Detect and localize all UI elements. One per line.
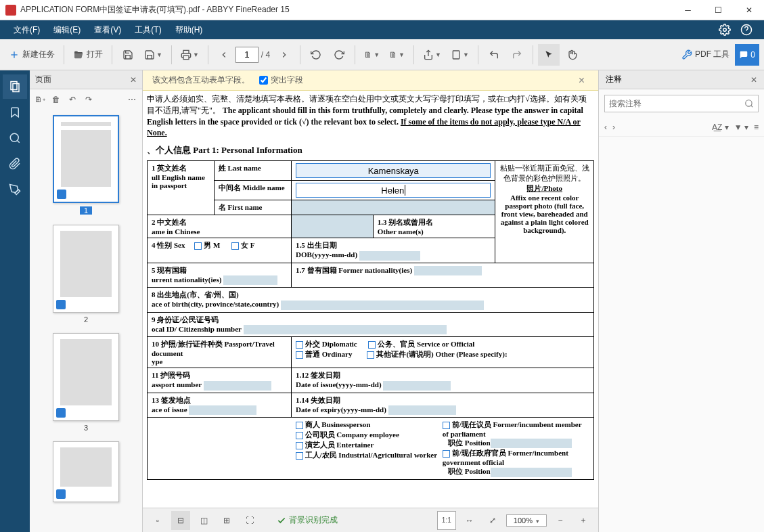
minimize-button[interactable]: ─ <box>673 0 703 20</box>
f11-label-en: ull English name in passport <box>152 173 205 190</box>
list-view-icon[interactable]: ≡ <box>754 123 759 132</box>
menu-help[interactable]: 帮助(H) <box>168 24 210 36</box>
zoom-out-button[interactable]: − <box>551 511 570 530</box>
thumbnail-label: 2 <box>35 315 137 324</box>
add-page-icon[interactable]: 🗎+ <box>32 92 47 107</box>
nationality-field[interactable] <box>223 275 277 285</box>
service-checkbox[interactable] <box>368 341 376 349</box>
menu-tools[interactable]: 工具(T) <box>128 24 168 36</box>
expiry-date-field[interactable] <box>388 405 456 415</box>
single-page-icon[interactable]: ▫ <box>148 511 167 530</box>
businessperson-checkbox[interactable] <box>296 422 303 429</box>
fit-page-icon[interactable]: ⤢ <box>483 511 502 530</box>
signatures-tab-icon[interactable] <box>3 177 27 202</box>
print-button[interactable]: ▼ <box>177 44 203 66</box>
pages-panel-close-icon[interactable]: ✕ <box>130 75 137 85</box>
pages-tab-icon[interactable] <box>3 74 27 99</box>
share-button[interactable]: ▼ <box>419 44 445 66</box>
rotate-right-button[interactable] <box>328 44 350 66</box>
thumbnail-2[interactable]: 2 <box>35 225 137 324</box>
svg-line-11 <box>17 140 19 142</box>
delete-page-icon[interactable]: 🗑 <box>49 92 64 107</box>
entertainer-checkbox[interactable] <box>296 442 303 449</box>
more-options-icon[interactable]: ⋯ <box>125 92 139 107</box>
prev-page-button[interactable] <box>213 44 235 66</box>
prev-comment-icon[interactable]: ‹ <box>604 123 607 132</box>
two-page-icon[interactable]: ◫ <box>194 511 213 530</box>
menu-file[interactable]: 文件(F) <box>7 24 47 36</box>
zoom-select[interactable]: 100% ▾ <box>506 514 547 527</box>
hand-tool-button[interactable] <box>561 44 583 66</box>
menu-edit[interactable]: 编辑(E) <box>47 24 87 36</box>
recognize-button[interactable]: 🗎▼ <box>385 44 409 66</box>
actual-size-button[interactable]: 1:1 <box>437 511 456 530</box>
undo-button[interactable] <box>483 44 505 66</box>
continuous-page-icon[interactable]: ⊟ <box>171 511 190 530</box>
saveas-button[interactable]: ▼ <box>140 44 166 66</box>
open-label: 打开 <box>87 49 103 60</box>
delete-page-button[interactable]: 🗎▼ <box>360 44 384 66</box>
ordinary-checkbox[interactable] <box>296 351 303 359</box>
thumbnail-1[interactable]: 1 <box>35 115 137 215</box>
menu-view[interactable]: 查看(V) <box>87 24 128 36</box>
save-button[interactable] <box>117 44 139 66</box>
redo-button[interactable] <box>506 44 528 66</box>
birthplace-field[interactable] <box>281 301 484 310</box>
highlight-fields-checkbox[interactable] <box>259 76 268 85</box>
gov-position-field[interactable] <box>491 468 572 477</box>
help-icon[interactable] <box>738 22 755 38</box>
issue-place-field[interactable] <box>189 405 256 415</box>
comments-toggle-button[interactable]: 0 <box>735 44 759 66</box>
zoom-in-button[interactable]: + <box>574 511 593 530</box>
filter-icon[interactable]: ▼ ▾ <box>734 123 748 132</box>
thumbnail-4[interactable] <box>35 441 137 502</box>
search-comments-input[interactable] <box>609 99 744 108</box>
f14-label: 4 性别 Sex <box>152 241 185 249</box>
arrow-tool-button[interactable] <box>538 44 560 66</box>
female-checkbox[interactable] <box>231 242 239 250</box>
sort-az-icon[interactable]: A͟Z ▾ <box>712 123 729 132</box>
new-task-button[interactable]: 新建任务 <box>5 44 59 66</box>
issue-date-field[interactable] <box>383 381 451 391</box>
parl-position-field[interactable] <box>491 439 572 448</box>
dob-field[interactable] <box>359 251 420 261</box>
page-number-input[interactable] <box>235 47 259 63</box>
first-name-field[interactable] <box>292 200 495 215</box>
rotate-cw-icon[interactable]: ↷ <box>81 92 96 107</box>
fit-width-icon[interactable]: ↔ <box>460 511 479 530</box>
document-area: 该文档包含互动表单字段。 突出字段 × 申请人必须如实、完整、清楚地填写本表格。… <box>143 70 598 532</box>
search-comments-box[interactable] <box>604 95 759 112</box>
fullscreen-icon[interactable]: ⛶ <box>240 511 259 530</box>
id-number-field[interactable] <box>244 325 447 334</box>
company-employee-checkbox[interactable] <box>296 432 303 439</box>
middle-name-field[interactable]: Helen <box>296 183 491 198</box>
former-nationality-field[interactable] <box>414 266 482 275</box>
settings-icon[interactable] <box>717 22 733 38</box>
rotate-ccw-icon[interactable]: ↶ <box>65 92 80 107</box>
addfile-button[interactable]: ▼ <box>447 44 473 66</box>
rotate-left-button[interactable] <box>305 44 327 66</box>
comments-panel-close-icon[interactable]: ✕ <box>750 75 757 85</box>
two-continuous-icon[interactable]: ⊞ <box>217 511 236 530</box>
thumbnail-3[interactable]: 3 <box>35 333 137 432</box>
diplomatic-checkbox[interactable] <box>296 341 303 349</box>
pages-panel-toolbar: 🗎+ 🗑 ↶ ↷ ⋯ <box>30 89 142 110</box>
bookmarks-tab-icon[interactable] <box>3 100 27 125</box>
gov-official-checkbox[interactable] <box>443 450 450 458</box>
passport-number-field[interactable] <box>204 381 271 391</box>
search-tab-icon[interactable] <box>3 126 27 150</box>
male-checkbox[interactable] <box>194 242 202 250</box>
next-comment-icon[interactable]: › <box>612 123 615 132</box>
parliament-checkbox[interactable] <box>443 422 450 429</box>
attachments-tab-icon[interactable] <box>3 152 27 176</box>
infobar-close-icon[interactable]: × <box>575 74 589 87</box>
open-button[interactable]: 打开 <box>69 44 107 66</box>
document-scroll[interactable]: 申请人必须如实、完整、清楚地填写本表格。请逐项在空白处用中文或英文大写字母打印填… <box>143 91 598 508</box>
close-button[interactable]: ✕ <box>734 0 764 20</box>
pdftools-button[interactable]: PDF 工具 <box>677 44 734 66</box>
next-page-button[interactable] <box>273 44 295 66</box>
maximize-button[interactable]: ☐ <box>703 0 734 20</box>
last-name-field[interactable]: Kamenskaya <box>296 163 491 178</box>
worker-checkbox[interactable] <box>296 452 303 460</box>
other-doc-checkbox[interactable] <box>367 351 374 359</box>
